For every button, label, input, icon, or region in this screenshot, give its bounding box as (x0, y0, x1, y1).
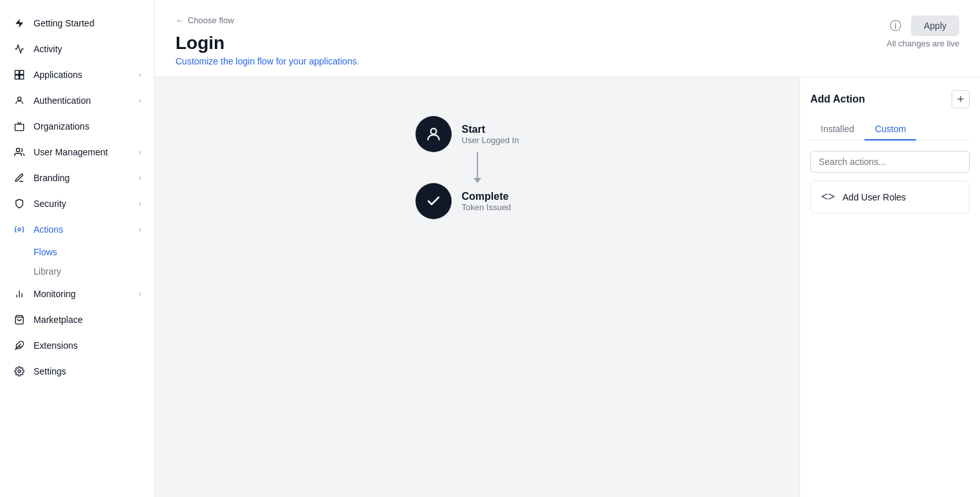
sidebar-item-user-management[interactable]: User Management › (0, 139, 154, 165)
panel-header: Add Action + (810, 90, 970, 108)
flow-container: Start User Logged In (415, 116, 539, 219)
chevron-icon: › (139, 289, 141, 298)
svg-rect-4 (20, 75, 24, 79)
chevron-icon: › (139, 199, 141, 208)
sidebar-item-branding[interactable]: Branding › (0, 165, 154, 191)
sidebar-label-applications: Applications (34, 70, 83, 80)
chevron-icon: › (139, 225, 141, 234)
main-content: ← Choose flow Login Customize the login … (155, 0, 980, 497)
organizations-icon (13, 120, 26, 133)
sidebar-item-getting-started[interactable]: Getting Started (0, 10, 154, 36)
svg-point-16 (430, 128, 436, 134)
start-node-info: Start User Logged In (462, 124, 539, 145)
sidebar-label-marketplace: Marketplace (34, 315, 83, 325)
sidebar-label-activity: Activity (34, 44, 62, 54)
content-area: Start User Logged In (155, 77, 980, 497)
start-node-circle (415, 116, 452, 152)
tab-custom[interactable]: Custom (865, 119, 916, 141)
svg-point-15 (18, 370, 21, 373)
sidebar-label-getting-started: Getting Started (34, 18, 94, 28)
branding-icon (13, 171, 26, 184)
svg-rect-6 (15, 124, 23, 131)
sidebar-sub-item-flows[interactable]: Flows (34, 242, 154, 262)
marketplace-icon (13, 313, 26, 326)
svg-point-5 (17, 97, 21, 101)
sidebar-label-user-management: User Management (34, 147, 108, 157)
code-icon: <> (821, 190, 835, 204)
svg-point-7 (16, 148, 19, 151)
sidebar-label-actions: Actions (34, 224, 63, 235)
search-input[interactable] (810, 151, 970, 173)
sidebar-label-branding: Branding (34, 173, 70, 183)
user-management-icon (13, 146, 26, 159)
panel-title: Add Action (810, 93, 865, 105)
sidebar-label-extensions: Extensions (34, 340, 77, 351)
applications-icon (13, 68, 26, 81)
actions-icon (13, 223, 26, 236)
start-node-title: Start (462, 124, 539, 135)
start-node: Start User Logged In (415, 116, 539, 152)
panel-add-button[interactable]: + (952, 90, 970, 108)
sidebar-item-authentication[interactable]: Authentication › (0, 88, 154, 113)
complete-node-subtitle: Token Issued (462, 202, 539, 212)
chevron-icon: › (139, 96, 141, 105)
page-title: Login (175, 33, 359, 54)
apply-button[interactable]: Apply (911, 15, 959, 36)
panel-tabs: InstalledCustom (810, 119, 970, 141)
complete-node-circle (415, 183, 452, 219)
page-header: ← Choose flow Login Customize the login … (155, 0, 980, 77)
sidebar-item-monitoring[interactable]: Monitoring › (0, 281, 154, 307)
sidebar-label-monitoring: Monitoring (34, 289, 75, 299)
sidebar-label-authentication: Authentication (34, 95, 91, 106)
sidebar-sub-item-library[interactable]: Library (34, 262, 154, 281)
sidebar-label-security: Security (34, 199, 66, 209)
sidebar-item-security[interactable]: Security › (0, 191, 154, 217)
settings-icon (13, 365, 26, 378)
sidebar-label-organizations: Organizations (34, 121, 89, 132)
back-link[interactable]: ← Choose flow (175, 15, 359, 25)
complete-node-title: Complete (462, 191, 539, 202)
right-panel: Add Action + InstalledCustom <> Add User… (799, 77, 980, 497)
header-right-area: ⓘ Apply All changes are live (885, 15, 959, 48)
add-user-roles-card[interactable]: <> Add User Roles (810, 180, 970, 213)
page-subtitle: Customize the login flow for your applic… (175, 56, 359, 66)
svg-rect-2 (20, 70, 24, 74)
help-icon: ⓘ (890, 18, 901, 34)
security-icon (13, 197, 26, 210)
sidebar-item-activity[interactable]: Activity (0, 36, 154, 62)
add-user-roles-label: Add User Roles (843, 192, 906, 202)
tab-installed[interactable]: Installed (810, 119, 865, 141)
back-link-label: Choose flow (188, 15, 234, 25)
svg-rect-3 (15, 75, 19, 79)
flow-canvas: Start User Logged In (155, 77, 799, 497)
sidebar-sub-menu: FlowsLibrary (0, 242, 154, 281)
chevron-icon: › (139, 148, 141, 157)
svg-marker-0 (15, 19, 23, 27)
start-node-subtitle: User Logged In (462, 135, 539, 145)
sidebar-item-applications[interactable]: Applications › (0, 62, 154, 88)
sidebar-item-settings[interactable]: Settings (0, 358, 154, 384)
sidebar-item-actions[interactable]: Actions › (0, 217, 154, 242)
complete-node-info: Complete Token Issued (462, 191, 539, 212)
sidebar: Getting Started Activity Applications › … (0, 0, 155, 497)
svg-rect-1 (15, 70, 19, 74)
activity-icon (13, 43, 26, 55)
chevron-icon: › (139, 173, 141, 182)
sidebar-item-organizations[interactable]: Organizations (0, 113, 154, 139)
svg-point-8 (18, 228, 21, 231)
complete-node: Complete Token Issued (415, 183, 539, 219)
sidebar-item-marketplace[interactable]: Marketplace (0, 307, 154, 333)
extensions-icon (13, 339, 26, 352)
sidebar-item-extensions[interactable]: Extensions (0, 333, 154, 358)
help-button[interactable]: ⓘ (885, 15, 906, 36)
getting-started-icon (13, 17, 26, 30)
chevron-icon: › (139, 70, 141, 79)
back-arrow-icon: ← (175, 15, 184, 25)
authentication-icon (13, 94, 26, 107)
changes-live-label: All changes are live (886, 39, 959, 48)
flow-arrow (474, 152, 481, 183)
monitoring-icon (13, 287, 26, 300)
sidebar-label-settings: Settings (34, 366, 66, 376)
